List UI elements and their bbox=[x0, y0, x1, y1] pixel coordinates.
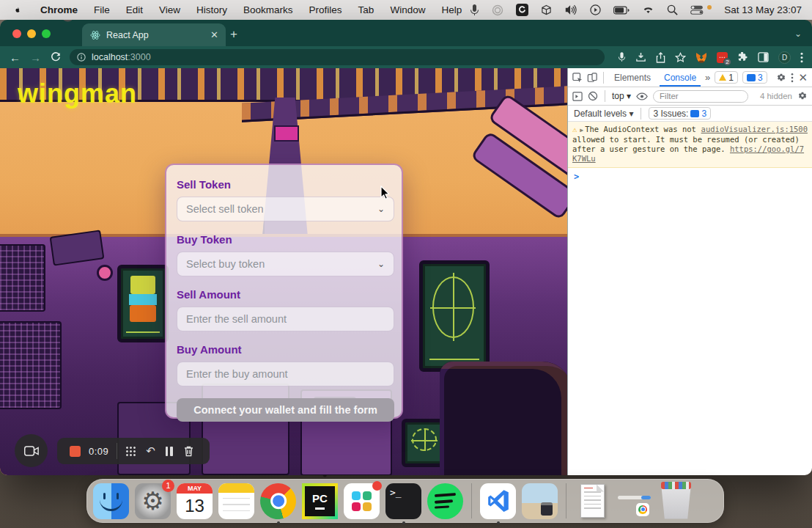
apple-logo-icon[interactable] bbox=[15, 4, 21, 15]
menu-history[interactable]: History bbox=[188, 4, 235, 15]
attitude-indicator-screen bbox=[117, 265, 169, 342]
dock-vscode-icon[interactable] bbox=[480, 483, 516, 519]
dock-download-item[interactable] bbox=[616, 483, 652, 519]
sell-amount-label: Sell Amount bbox=[177, 288, 391, 301]
close-window-button[interactable] bbox=[12, 29, 21, 38]
menu-profiles[interactable]: Profiles bbox=[301, 4, 350, 15]
console-filter-input[interactable]: Filter bbox=[653, 90, 748, 103]
site-info-icon[interactable] bbox=[77, 53, 86, 62]
dock-slack-icon[interactable] bbox=[344, 483, 380, 519]
control-center-icon[interactable] bbox=[690, 5, 704, 15]
stop-recording-button[interactable] bbox=[70, 446, 81, 457]
mic-permission-icon[interactable] bbox=[618, 52, 626, 62]
undo-icon[interactable]: ↶ bbox=[146, 444, 155, 458]
console-warning-message[interactable]: audioVisualizer.js:1500 ⚠▶The AudioConte… bbox=[568, 122, 812, 168]
menu-app-name[interactable]: Chrome bbox=[32, 4, 86, 15]
menu-window[interactable]: Window bbox=[382, 4, 433, 15]
wifi-icon[interactable] bbox=[642, 5, 654, 15]
menu-bookmarks[interactable]: Bookmarks bbox=[235, 4, 301, 15]
extensions-puzzle-icon[interactable] bbox=[737, 52, 748, 63]
minimize-window-button[interactable] bbox=[27, 29, 36, 38]
chrome-menu-icon[interactable] bbox=[800, 52, 803, 63]
metamask-extension-icon[interactable] bbox=[695, 52, 707, 63]
eye-icon[interactable] bbox=[636, 92, 648, 100]
tab-close-icon[interactable]: ✕ bbox=[210, 29, 218, 40]
issues-counter[interactable]: 3 Issues:3 bbox=[649, 107, 711, 120]
devtools-menu-icon[interactable] bbox=[791, 73, 794, 83]
warning-triangle-icon bbox=[719, 74, 726, 81]
console-toolbar: top ▾ Filter 4 hidden bbox=[568, 87, 812, 106]
menu-view[interactable]: View bbox=[151, 4, 188, 15]
side-panel-icon[interactable] bbox=[758, 52, 769, 62]
clear-console-icon[interactable] bbox=[588, 91, 598, 101]
menu-tab[interactable]: Tab bbox=[350, 4, 383, 15]
menu-edit[interactable]: Edit bbox=[118, 4, 151, 15]
bookmark-star-icon[interactable] bbox=[675, 52, 686, 63]
chevron-down-icon: ⌄ bbox=[377, 259, 385, 269]
devtools-tab-console[interactable]: Console bbox=[660, 68, 701, 87]
default-levels-dropdown[interactable]: Default levels ▾ bbox=[574, 109, 633, 119]
dock-finder-icon[interactable] bbox=[93, 483, 129, 519]
microphone-status-icon[interactable] bbox=[470, 4, 479, 16]
spotlight-search-icon[interactable] bbox=[667, 4, 678, 15]
video-camera-icon bbox=[24, 446, 39, 456]
url-bar[interactable]: localhost:3000 bbox=[70, 49, 605, 65]
battery-icon[interactable] bbox=[613, 6, 630, 15]
menu-bar-clock[interactable]: Sat 13 May 23:07 bbox=[724, 4, 802, 15]
recorder-camera-button[interactable] bbox=[15, 434, 48, 467]
dock-screenshot-preview-icon[interactable] bbox=[522, 483, 558, 519]
dock-document-icon[interactable] bbox=[575, 483, 610, 519]
forward-button[interactable]: → bbox=[30, 51, 41, 64]
screen-recorder-menu-icon[interactable] bbox=[516, 4, 528, 16]
messages-badge[interactable]: 3 bbox=[742, 71, 767, 84]
reload-button[interactable] bbox=[51, 52, 61, 62]
dock-pycharm-icon[interactable]: PC bbox=[302, 483, 338, 519]
pause-recording-button[interactable] bbox=[166, 447, 173, 456]
expand-triangle-icon[interactable]: ▶ bbox=[580, 127, 583, 133]
context-selector[interactable]: top ▾ bbox=[612, 91, 631, 101]
screen-record-status-icon[interactable] bbox=[590, 4, 601, 15]
devtools-settings-icon[interactable] bbox=[776, 73, 786, 83]
warnings-badge[interactable]: 1 bbox=[715, 71, 738, 84]
tab-search-chevron-icon[interactable]: ⌄ bbox=[794, 29, 802, 39]
share-icon[interactable] bbox=[656, 52, 665, 63]
screen-mirroring-icon[interactable] bbox=[492, 4, 503, 16]
connect-wallet-button[interactable]: Connect your wallet and fill the form bbox=[177, 398, 394, 422]
profile-avatar[interactable]: D bbox=[778, 51, 791, 64]
token-swap-form: Sell Token Select sell token ⌄ Buy Token… bbox=[165, 164, 403, 419]
dock-terminal-icon[interactable]: >_ bbox=[385, 483, 421, 519]
buy-token-select[interactable]: Select buy token ⌄ bbox=[177, 252, 394, 276]
dock-chrome-icon[interactable] bbox=[260, 483, 296, 519]
downloads-icon[interactable] bbox=[635, 52, 646, 63]
browser-tab-react-app[interactable]: React App ✕ bbox=[82, 23, 226, 46]
dock-trash-icon[interactable] bbox=[658, 483, 694, 519]
new-tab-button[interactable]: + bbox=[230, 27, 237, 42]
menu-file[interactable]: File bbox=[86, 4, 118, 15]
volume-icon[interactable] bbox=[564, 4, 577, 15]
dock-notes-icon[interactable] bbox=[218, 483, 254, 519]
dock-system-settings-icon[interactable]: ⚙1 bbox=[135, 483, 171, 519]
dock-spotify-icon[interactable] bbox=[427, 483, 463, 519]
console-settings-icon[interactable] bbox=[797, 91, 808, 101]
buy-amount-input[interactable]: Enter the buy amount bbox=[177, 362, 394, 386]
sell-token-select[interactable]: Select sell token ⌄ bbox=[177, 197, 394, 221]
devtools-tab-elements[interactable]: Elements bbox=[610, 68, 655, 87]
more-tabs-icon[interactable]: » bbox=[705, 72, 710, 83]
warning-source-link[interactable]: audioVisualizer.js:1500 bbox=[701, 125, 808, 134]
console-sidebar-icon[interactable] bbox=[572, 92, 583, 101]
options-grid-icon[interactable] bbox=[125, 446, 136, 457]
menu-help[interactable]: Help bbox=[433, 4, 470, 15]
tab-title: React App bbox=[106, 30, 149, 40]
console-prompt-chevron[interactable]: > bbox=[568, 168, 812, 186]
dock-calendar-icon[interactable]: MAY 13 bbox=[177, 483, 213, 519]
inspect-element-icon[interactable] bbox=[572, 73, 583, 83]
sell-amount-input[interactable]: Enter the sell amount bbox=[177, 307, 394, 331]
devtools-close-icon[interactable]: ✕ bbox=[798, 71, 808, 84]
zoom-window-button[interactable] bbox=[42, 29, 51, 38]
hidden-messages-label[interactable]: 4 hidden bbox=[760, 92, 792, 100]
device-toolbar-icon[interactable] bbox=[587, 73, 597, 83]
package-cube-icon[interactable] bbox=[541, 4, 552, 16]
discard-recording-button[interactable] bbox=[183, 445, 194, 457]
back-button[interactable]: ← bbox=[10, 51, 21, 64]
password-extension-icon[interactable]: ⋯2 bbox=[717, 52, 728, 63]
